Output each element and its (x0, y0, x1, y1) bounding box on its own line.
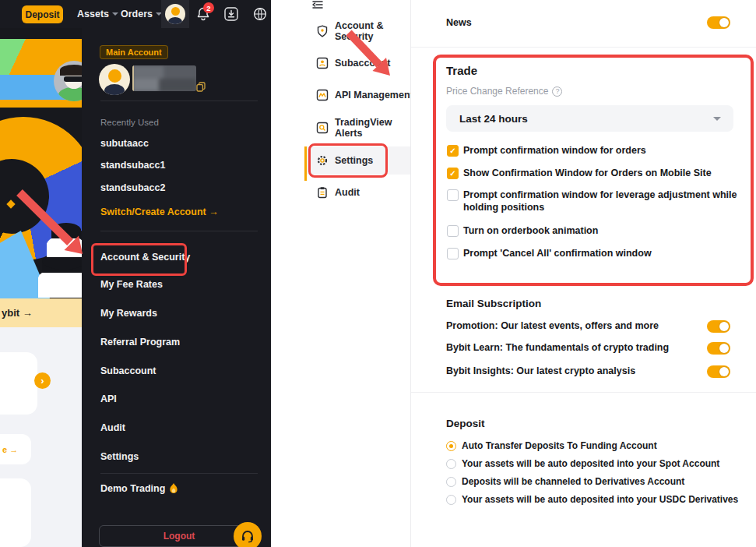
account-avatar (99, 64, 130, 95)
deposit-button[interactable]: Deposit (22, 5, 63, 23)
expand-button[interactable]: › (34, 372, 51, 389)
background-card-link[interactable]: e → (2, 445, 18, 454)
checkbox-label: Turn on orderbook animation (463, 225, 598, 238)
checkbox[interactable] (447, 225, 459, 237)
profile-avatar-button[interactable] (161, 0, 189, 28)
panel-menu-api[interactable]: API (100, 393, 117, 404)
radio-label: Your assets will be auto deposited into … (462, 494, 738, 505)
tradingview-icon (316, 122, 329, 134)
panel-menu-my-fee-rates[interactable]: My Fee Rates (100, 279, 163, 290)
panel-menu-account-security[interactable]: Account & Security (100, 252, 190, 263)
promotion-toggle[interactable] (707, 320, 730, 333)
account-dropdown-panel: Main Account Recently Used subutaacc sta… (82, 28, 271, 547)
checkbox-label: Prompt confirmation window for leverage … (463, 189, 744, 214)
divider (411, 392, 756, 393)
settings-sidebar: Account & Security Subaccount API Manage… (271, 0, 411, 547)
nav-subaccount[interactable]: Subaccount (305, 52, 417, 74)
price-reference-dropdown[interactable]: Last 24 hours (446, 105, 733, 132)
orders-label: Orders (121, 9, 153, 19)
switch-create-account-link[interactable]: Switch/Create Account → (100, 206, 219, 217)
checkbox-orderbook-animation[interactable]: Turn on orderbook animation (447, 225, 598, 238)
nav-tradingview-alerts[interactable]: TradingView Alerts (305, 117, 417, 139)
checkbox-cancel-all[interactable]: Prompt 'Cancel All' confirmation window (447, 248, 652, 260)
recently-used-label: Recently Used (100, 118, 159, 127)
nav-account-security[interactable]: Account & Security (305, 20, 417, 42)
background-card (0, 352, 37, 415)
main-account-badge: Main Account (100, 45, 168, 59)
background-page: › e → (0, 327, 82, 547)
nav-api-management[interactable]: API Management (305, 84, 417, 106)
bybit-insights-toggle[interactable] (707, 365, 730, 378)
checkbox-prompt-orders[interactable]: Prompt confirmation window for orders (447, 145, 646, 157)
assets-menu[interactable]: Assets (77, 0, 118, 28)
notifications-button[interactable]: 2 (195, 5, 212, 23)
settings-content: News Trade Price Change Reference ? Last… (411, 0, 756, 547)
divider (100, 101, 258, 101)
background-banner-link[interactable]: ybit → (0, 298, 82, 327)
download-button[interactable] (224, 7, 238, 21)
panel-menu-demo-trading[interactable]: Demo Trading (100, 483, 178, 494)
avatar-sunglasses (64, 76, 82, 82)
checkbox[interactable] (447, 248, 459, 259)
chevron-right-icon: › (40, 375, 44, 386)
price-change-reference-label: Price Change Reference ? (446, 86, 562, 97)
nav-audit[interactable]: Audit (305, 182, 417, 203)
gear-icon (316, 154, 329, 167)
flame-icon (169, 483, 178, 494)
bybit-insights-label: Bybit Insights: Our latest crypto analys… (446, 365, 635, 376)
checkbox-label: Prompt 'Cancel All' confirmation window (463, 248, 652, 260)
radio-spot-account[interactable]: Your assets will be auto deposited into … (446, 458, 719, 469)
support-button[interactable] (234, 522, 262, 547)
radio-usdc-derivatives[interactable]: Your assets will be auto deposited into … (446, 494, 738, 505)
banner-text: ybit → (2, 307, 33, 319)
assets-label: Assets (77, 9, 109, 19)
radio-funding-account[interactable]: Auto Transfer Deposits To Funding Accoun… (446, 440, 657, 451)
panel-menu-referral-program[interactable]: Referral Program (100, 337, 180, 348)
panel-menu-my-rewards[interactable]: My Rewards (100, 308, 157, 319)
recent-account-item[interactable]: subutaacc (100, 138, 149, 149)
news-label: News (446, 17, 472, 28)
promotion-label: Promotion: Our latest events, offers and… (446, 320, 659, 331)
help-icon[interactable]: ? (552, 86, 562, 97)
language-button[interactable] (253, 7, 267, 21)
checkbox-mobile-confirmation[interactable]: Show Confirmation Window for Orders on M… (447, 168, 712, 180)
checkbox-leverage-adjustment[interactable]: Prompt confirmation window for leverage … (447, 189, 744, 214)
checkbox[interactable] (447, 189, 459, 201)
checkbox[interactable] (447, 168, 459, 179)
collapse-sidebar-icon[interactable] (311, 0, 324, 13)
account-name-blurred (132, 65, 196, 91)
panel-menu-subaccount[interactable]: Subaccount (100, 365, 156, 376)
radio-button[interactable] (446, 495, 456, 505)
panel-menu-audit[interactable]: Audit (100, 422, 125, 433)
news-toggle[interactable] (707, 16, 730, 29)
nav-settings[interactable]: Settings (305, 150, 417, 171)
bybit-learn-toggle[interactable] (707, 342, 730, 355)
radio-button[interactable] (446, 477, 456, 487)
shield-icon (316, 25, 329, 37)
checkbox-label: Show Confirmation Window for Orders on M… (463, 168, 712, 180)
divider (100, 473, 258, 474)
checkbox[interactable] (447, 145, 459, 157)
top-nav-bar: Deposit Assets Orders 2 (0, 0, 271, 28)
radio-button[interactable] (446, 441, 456, 451)
radio-label: Your assets will be auto deposited into … (462, 458, 719, 469)
globe-icon (253, 7, 267, 21)
background-card (0, 478, 31, 547)
subaccount-icon (316, 57, 329, 69)
button-art (51, 223, 81, 237)
recent-account-item[interactable]: standsubacc1 (100, 160, 165, 171)
trade-section-title: Trade (446, 64, 477, 77)
radio-button[interactable] (446, 459, 456, 469)
nav-label: Audit (335, 187, 360, 198)
download-icon (224, 7, 238, 21)
audit-icon (316, 186, 329, 199)
background-card: e → (0, 434, 31, 464)
avatar-hair (60, 65, 82, 76)
nav-label: Subaccount (335, 58, 391, 69)
orders-menu[interactable]: Orders (121, 0, 162, 28)
copy-icon[interactable] (196, 81, 206, 91)
recent-account-item[interactable]: standsubacc2 (100, 182, 165, 193)
notification-badge: 2 (203, 2, 214, 13)
panel-menu-settings[interactable]: Settings (100, 451, 139, 462)
radio-derivatives-account[interactable]: Deposits will be channeled to Derivative… (446, 476, 684, 487)
